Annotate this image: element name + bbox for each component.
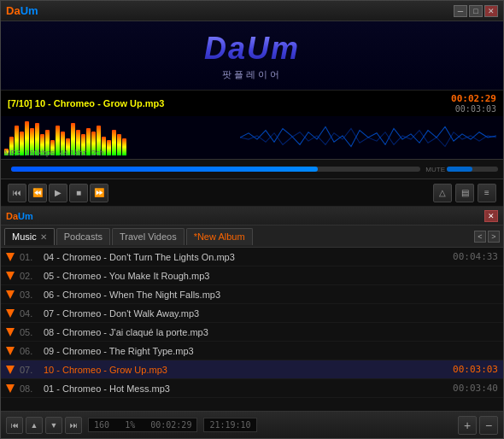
time-total: 00:03:03	[451, 104, 496, 114]
waveform	[240, 120, 496, 155]
bottom-speed-unit: 1%	[125, 420, 135, 430]
item-duration: 00:03:03	[453, 364, 498, 375]
time-elapsed: 00:02:29	[451, 93, 496, 104]
playlist-item[interactable]: 02.05 - Chromeo - You Make It Rough.mp3	[1, 266, 503, 285]
tab-travel-videos-label: Travel Videos	[120, 231, 177, 242]
logo-subtitle: 팟플레이어	[222, 68, 282, 81]
vlc-icon	[6, 252, 16, 262]
eq-button[interactable]: ≡	[478, 184, 496, 202]
prev-button[interactable]: ⏮	[8, 184, 26, 202]
prev-frame-button[interactable]: ⏪	[28, 184, 47, 202]
tab-new-album-label: *New Album	[194, 231, 245, 242]
tab-prev-button[interactable]: <	[474, 231, 486, 243]
track-title: [7/10] 10 - Chromeo - Grow Up.mp3	[8, 98, 451, 108]
item-title: 04 - Chromeo - Don't Turn The Lights On.…	[44, 252, 446, 262]
seek-bar-area: MUTE	[1, 159, 503, 179]
player-section: DaUm 팟플레이어 [7/10] 10 - Chromeo - Grow Up…	[1, 21, 503, 207]
vlc-icon	[6, 271, 16, 281]
viz-bar	[107, 140, 111, 155]
seek-bar[interactable]	[11, 167, 420, 172]
playlist-titlebar: DaUm ✕	[1, 207, 503, 225]
item-number: 01.	[20, 252, 44, 262]
playback-controls: ⏮ ⏪ ▶ ■ ⏩ △ ▤ ≡	[1, 179, 503, 207]
item-number: 05.	[20, 327, 44, 337]
bottom-up-button[interactable]: ▲	[26, 417, 43, 434]
viz-bar	[122, 138, 126, 155]
vlc-icon	[6, 383, 16, 394]
vlc-icon	[6, 365, 16, 375]
item-number: 08.	[20, 383, 44, 394]
playlist-item[interactable]: 06.09 - Chromeo - The Right Type.mp3	[1, 342, 503, 360]
next-frame-button[interactable]: ⏩	[90, 184, 108, 202]
tab-music-label: Music	[12, 231, 37, 242]
viz-info: MP3 160kbps 44.1khz 2ch	[4, 149, 104, 157]
mute-label: MUTE	[425, 166, 445, 173]
bottom-down-button[interactable]: ▼	[45, 417, 62, 434]
tab-music-close[interactable]: ✕	[40, 232, 47, 242]
item-title: 05 - Chromeo - You Make It Rough.mp3	[44, 271, 491, 281]
play-button[interactable]: ▶	[49, 184, 67, 202]
seek-fill	[11, 167, 318, 172]
close-button[interactable]: ✕	[484, 5, 498, 17]
tab-music[interactable]: Music ✕	[4, 228, 55, 245]
playlist[interactable]: 01.04 - Chromeo - Don't Turn The Lights …	[1, 248, 503, 411]
item-title: 06 - Chromeo - When The Night Falls.mp3	[44, 290, 491, 300]
item-number: 02.	[20, 271, 44, 281]
minimize-button[interactable]: ─	[454, 5, 467, 17]
bottom-next-button[interactable]: ⏭	[65, 417, 82, 434]
item-title: 10 - Chromeo - Grow Up.mp3	[44, 365, 446, 375]
playlist-item[interactable]: 08.01 - Chromeo - Hot Mess.mp300:03:40	[1, 379, 503, 398]
item-duration: 00:04:33	[453, 251, 498, 262]
bottom-bar: ⏮ ▲ ▼ ⏭ 160 1% 00:02:29 21:19:10 + −	[1, 411, 503, 438]
item-title: 09 - Chromeo - The Right Type.mp3	[44, 346, 491, 356]
vlc-icon	[6, 290, 16, 300]
stop-button[interactable]: ■	[69, 184, 88, 202]
channels-label: 2ch	[91, 149, 104, 157]
track-times: 00:02:29 00:03:03	[451, 93, 496, 114]
tabs-bar: Music ✕ Podcasts Travel Videos *New Albu…	[1, 225, 503, 248]
playlist-close-button[interactable]: ✕	[484, 210, 498, 222]
item-title: 01 - Chromeo - Hot Mess.mp3	[44, 383, 446, 394]
main-window: DaUm ─ □ ✕ DaUm 팟플레이어 [7/10] 10 - Chrome…	[0, 0, 504, 439]
titlebar: DaUm ─ □ ✕	[1, 1, 503, 21]
bottom-datetime: 21:19:10	[203, 418, 256, 432]
remove-button[interactable]: −	[479, 416, 498, 435]
item-number: 07.	[20, 365, 44, 375]
add-button[interactable]: +	[458, 416, 477, 435]
tab-travel-videos[interactable]: Travel Videos	[112, 228, 185, 245]
format-label: MP3	[4, 149, 21, 157]
playlist-section: DaUm ✕ Music ✕ Podcasts Travel Videos *N…	[1, 207, 503, 438]
playlist-item[interactable]: 05.08 - Chromeo - J'ai claqué la porte.m…	[1, 323, 503, 342]
track-info-bar: [7/10] 10 - Chromeo - Grow Up.mp3 00:02:…	[1, 90, 503, 116]
maximize-button[interactable]: □	[469, 5, 483, 17]
visualizer-area: MP3 160kbps 44.1khz 2ch	[1, 116, 503, 159]
playlist-item[interactable]: 04.07 - Chromeo - Don't Walk Away.mp3	[1, 304, 503, 323]
playlist-item[interactable]: 01.04 - Chromeo - Don't Turn The Lights …	[1, 248, 503, 266]
item-title: 08 - Chromeo - J'ai claqué la porte.mp3	[44, 327, 491, 337]
item-duration: 00:03:40	[453, 383, 498, 394]
tab-new-album[interactable]: *New Album	[186, 228, 253, 245]
samplerate-label: 44.1khz	[60, 149, 87, 157]
item-number: 04.	[20, 308, 44, 319]
bottom-time: 00:02:29	[150, 420, 191, 430]
viz-bar	[117, 134, 121, 155]
daum-logo: DaUm	[204, 31, 300, 67]
playlist-item[interactable]: 03.06 - Chromeo - When The Night Falls.m…	[1, 285, 503, 304]
bitrate-label: 160kbps	[26, 149, 55, 157]
bottom-info: 160 1% 00:02:29	[88, 418, 197, 432]
expand-button[interactable]: △	[433, 184, 452, 202]
playlist-logo: DaUm	[6, 211, 33, 221]
tab-podcasts[interactable]: Podcasts	[56, 228, 110, 245]
vlc-icon	[6, 308, 16, 319]
item-title: 07 - Chromeo - Don't Walk Away.mp3	[44, 308, 491, 319]
vlc-icon	[6, 327, 16, 337]
playlist-view-button[interactable]: ▤	[455, 184, 474, 202]
titlebar-logo: DaUm	[6, 4, 38, 17]
playlist-item[interactable]: 07.10 - Chromeo - Grow Up.mp300:03:03	[1, 360, 503, 379]
viz-bar	[112, 130, 116, 155]
tab-podcasts-label: Podcasts	[64, 231, 103, 242]
bottom-date: 21:19:10	[209, 420, 250, 430]
tab-next-button[interactable]: >	[488, 231, 500, 243]
item-number: 06.	[20, 346, 44, 356]
bottom-prev-button[interactable]: ⏮	[6, 417, 23, 434]
